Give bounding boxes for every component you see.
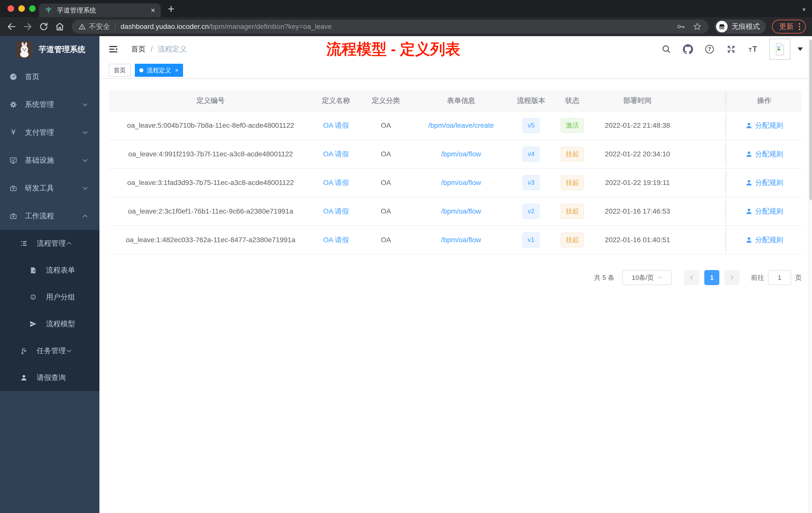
update-label[interactable]: 更新 [779, 22, 794, 32]
font-size-icon[interactable]: TT [748, 44, 758, 54]
user-icon [745, 122, 753, 129]
form-link[interactable]: /bpm/oa/flow [441, 207, 481, 215]
assign-rule-button[interactable]: 分配规则 [745, 207, 783, 216]
not-secure-warning-icon[interactable] [78, 23, 86, 30]
sidebar-item-task-mgmt[interactable]: 任务管理 [0, 337, 99, 364]
chrome-menu-icon[interactable] [799, 23, 800, 30]
table-row: oa_leave:1:482ec033-762a-11ec-8477-a2380… [109, 226, 802, 254]
close-window-button[interactable] [7, 5, 14, 12]
key-icon[interactable] [676, 22, 686, 31]
browser-scrollbar[interactable] [809, 36, 812, 513]
search-icon[interactable] [661, 44, 671, 54]
sidebar-item-system[interactable]: 系统管理 [0, 91, 99, 118]
tab-title: 芋道管理系统 [57, 6, 151, 15]
form-link[interactable]: /bpm/oa/flow [441, 236, 481, 244]
sidebar-collapse-icon[interactable] [109, 44, 118, 54]
sidebar-item-leave-query[interactable]: 请假查询 [0, 364, 99, 391]
pagination-total: 共 5 条 [594, 273, 614, 282]
home-icon[interactable] [54, 21, 65, 32]
chevron-up-icon [82, 213, 88, 219]
status-badge: 挂起 [561, 204, 584, 219]
sidebar-item-process-model[interactable]: 流程模型 [0, 310, 99, 337]
user-avatar[interactable] [769, 39, 790, 60]
sidebar-item-process-mgmt[interactable]: 流程管理 [0, 230, 99, 257]
github-icon[interactable] [683, 44, 693, 54]
sidebar-item-payment[interactable]: ¥ 支付管理 [0, 118, 99, 146]
definition-name-link[interactable]: OA 请假 [323, 207, 349, 216]
prev-page-button[interactable] [684, 270, 699, 285]
avatar-caret-icon[interactable] [798, 48, 803, 51]
goto-page-input[interactable]: 1 [768, 270, 791, 285]
status-badge: 挂起 [561, 175, 584, 190]
cell-deploy-time: 2022-01-22 21:48:38 [592, 112, 683, 140]
scrollbar-thumb[interactable] [810, 40, 812, 200]
reload-icon[interactable] [38, 21, 49, 32]
fullscreen-icon[interactable] [726, 44, 736, 54]
tag-close-icon[interactable]: × [175, 67, 178, 74]
chevron-down-icon [66, 348, 72, 354]
browser-tab[interactable]: 芋道管理系统 × [39, 3, 161, 17]
screenshot-root: 芋道管理系统 × + ▾ 不安全 dashboard.yudao.iocoder… [0, 0, 812, 513]
new-tab-button[interactable]: + [168, 3, 174, 14]
sidebar-item-workflow[interactable]: 工作流程 [0, 202, 99, 230]
chrome-update-button[interactable]: 更新 [772, 20, 806, 34]
page-size-select[interactable]: 10条/页 [622, 270, 672, 285]
user-icon [745, 208, 753, 215]
status-badge: 激活 [561, 118, 584, 133]
form-link[interactable]: /bpm/oa/leave/create [428, 121, 494, 129]
current-page-button[interactable]: 1 [704, 270, 719, 285]
col-process-version: 流程版本 [510, 90, 552, 111]
cell-definition-id: oa_leave:5:004b710b-7b8a-11ec-8ef0-acde4… [109, 112, 312, 140]
definition-name-link[interactable]: OA 请假 [323, 235, 349, 245]
select-caret-icon [658, 276, 662, 279]
not-secure-label[interactable]: 不安全 [89, 22, 110, 31]
cell-definition-id: oa_leave:2:3c1f0ef1-76b1-11ec-9c66-a2380… [109, 197, 312, 225]
form-edit-icon [29, 267, 37, 274]
assign-rule-button[interactable]: 分配规则 [745, 121, 783, 130]
breadcrumb-current: 流程定义 [158, 44, 187, 54]
definition-name-link[interactable]: OA 请假 [323, 178, 349, 187]
breadcrumb-home[interactable]: 首页 [131, 44, 146, 54]
assign-rule-button[interactable]: 分配规则 [745, 178, 783, 187]
browser-toolbar: 不安全 dashboard.yudao.iocoder.cn /bpm/mana… [0, 17, 812, 36]
sidebar-item-process-form[interactable]: 流程表单 [0, 257, 99, 283]
tab-close-icon[interactable]: × [151, 6, 155, 14]
col-status: 状态 [552, 90, 592, 111]
tag-process-definition[interactable]: 流程定义 × [135, 64, 183, 77]
sidebar-item-infra[interactable]: 基础设施 [0, 146, 99, 174]
svg-text:?: ? [708, 46, 711, 52]
dashboard-icon [9, 73, 17, 81]
tab-search-caret-icon[interactable]: ▾ [803, 6, 806, 13]
form-link[interactable]: /bpm/oa/flow [441, 179, 481, 187]
minimize-window-button[interactable] [18, 5, 25, 12]
back-icon[interactable] [6, 21, 17, 32]
table-row: oa_leave:2:3c1f0ef1-76b1-11ec-9c66-a2380… [109, 197, 802, 226]
window-controls[interactable] [7, 5, 36, 12]
sidebar-item-devtools[interactable]: 研发工具 [0, 174, 99, 202]
status-badge: 挂起 [561, 147, 584, 162]
cell-category: OA [359, 197, 412, 225]
forward-icon[interactable] [22, 21, 33, 32]
next-page-button[interactable] [724, 270, 740, 285]
cell-deploy-time: 2022-01-22 19:19:11 [592, 169, 683, 197]
sidebar: 芋道管理系统 首页 系统管理 ¥ [0, 36, 99, 513]
help-icon[interactable]: ? [704, 44, 715, 54]
definition-name-link[interactable]: OA 请假 [323, 121, 349, 130]
sidebar-item-user-group[interactable]: 用户分组 [0, 283, 99, 310]
tag-home[interactable]: 首页 [109, 64, 131, 77]
svg-text:¥: ¥ [11, 128, 16, 137]
col-deploy-time: 部署时间 [592, 90, 683, 111]
bookmark-star-icon[interactable] [693, 22, 702, 31]
maximize-window-button[interactable] [29, 5, 36, 12]
form-link[interactable]: /bpm/oa/flow [441, 150, 481, 158]
sidebar-logo-row[interactable]: 芋道管理系统 [0, 36, 99, 63]
page-unit-label: 页 [795, 273, 802, 282]
breadcrumb: 首页 / 流程定义 [131, 44, 187, 54]
assign-rule-button[interactable]: 分配规则 [745, 235, 783, 245]
user-icon [745, 150, 753, 158]
url-bar[interactable]: 不安全 dashboard.yudao.iocoder.cn /bpm/mana… [72, 20, 708, 34]
definition-name-link[interactable]: OA 请假 [323, 149, 349, 159]
url-host: dashboard.yudao.iocoder.cn [120, 23, 209, 31]
sidebar-item-home[interactable]: 首页 [0, 63, 99, 91]
assign-rule-button[interactable]: 分配规则 [745, 149, 783, 159]
